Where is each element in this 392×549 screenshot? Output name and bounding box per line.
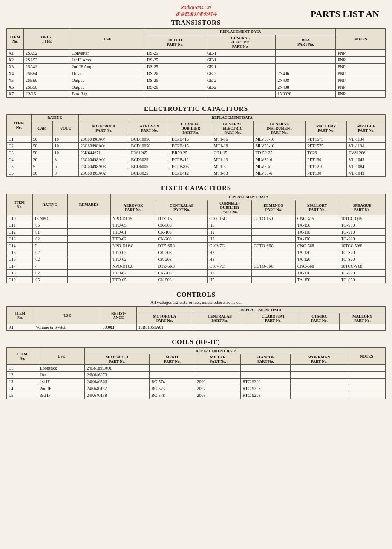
th-item: ITEMNo. — [7, 115, 32, 136]
aerovox: NPO-DI 6.8 — [110, 263, 156, 270]
delco: DS-25 — [145, 50, 205, 57]
sprague: VL-1084 — [347, 163, 386, 170]
item-no: C16 — [7, 256, 33, 263]
table-row: L1 Loopstick 24B61895A01 — [7, 365, 386, 372]
cornell: H2 — [208, 229, 252, 236]
transistors-section: TRANSISTORS ITEMNo. ORIG.TYPE USE REPLAC… — [6, 19, 386, 98]
delco: DS-26 — [145, 77, 205, 84]
cornell: ECPB412 — [170, 156, 212, 163]
use: Driver — [70, 70, 145, 77]
notes: PNP — [336, 91, 386, 98]
gi: MLV30-6 — [254, 170, 306, 177]
th-cornell: CORNELL-DUBILIERPART No. — [208, 200, 252, 215]
sprague: TVA1206 — [347, 150, 386, 156]
gi: MLV50-10 — [254, 143, 306, 150]
motorola: 18B61051A01 — [136, 324, 193, 331]
th-miller: MILLERPART No. — [195, 354, 241, 365]
th-notes: NOTES — [336, 29, 386, 50]
table-row: X7 HV15 Bias Reg. 1N3328 PNP — [7, 91, 386, 98]
mallory: CNO-568 — [295, 263, 339, 270]
miller: 2067 — [195, 385, 241, 392]
use: Bias Reg. — [70, 91, 145, 98]
centralab: CK-203 — [156, 249, 208, 256]
controls-section: CONTROLS All wattages 1/2 watt, or less,… — [6, 291, 386, 331]
item-no: L5 — [7, 392, 38, 399]
aerovox: TTD-02 — [110, 256, 156, 263]
orig-type: 2SB56 — [24, 77, 70, 84]
centralab: DTZ-6R8 — [156, 243, 208, 249]
sprague: VL-1043 — [347, 156, 386, 163]
merit: BC-574 — [150, 379, 195, 385]
coils-title: COILS (RF-IF) — [6, 338, 386, 346]
th-remarks: REMARKS — [67, 194, 110, 215]
controls-title: CONTROLS — [6, 291, 386, 298]
table-row: L2 Osc. 24K646879 — [7, 372, 386, 379]
rca — [276, 50, 336, 57]
notes — [348, 392, 385, 399]
miller: 2066 — [195, 379, 241, 385]
sprague: TG-S50 — [339, 222, 386, 229]
ge: MT1-13 — [212, 156, 254, 163]
th-cornell: CORNELL-DUBILIERPART No. — [170, 121, 212, 136]
table-row: C1 50 10 23C60498A04 BCD10050 ECPB415 MT… — [7, 136, 386, 143]
gi: MLV50-10 — [254, 136, 306, 143]
miller: 2068 — [195, 392, 241, 399]
centralab: CK-503 — [156, 277, 208, 283]
table-row: X4 2SB54 Driver DS-26 GE-2 2N406 PNP — [7, 70, 386, 77]
th-orig-type: ORIG.TYPE — [24, 29, 70, 50]
ge: MT1-13 — [212, 170, 254, 177]
use: 3rd IF — [38, 392, 85, 399]
item-no: C3 — [7, 150, 32, 156]
table-row: C4 30 3 23C60498A02 BCD3025 ECPB412 MT1-… — [7, 156, 386, 163]
workman — [291, 365, 348, 372]
rating: 7 — [32, 263, 67, 270]
elmenco — [252, 270, 295, 277]
item-no: X7 — [7, 91, 24, 98]
cornell: H5 — [208, 277, 252, 283]
item-no: X2 — [7, 57, 24, 64]
centralab — [193, 324, 247, 331]
notes: PNP — [336, 70, 386, 77]
fixed-table: ITEMNo. RATING REMARKS REPLACEMENT DATA … — [6, 194, 386, 283]
volt: 3 — [52, 170, 78, 177]
table-row: C10 15 NPO NPO-DI 15 DTZ-15 C10Q15C CCTO… — [7, 215, 386, 222]
mallory: PET1210 — [306, 163, 347, 170]
aerovox: TTD-05 — [110, 222, 156, 229]
th-gi: GENERALINSTRUMENTPART No. — [254, 121, 306, 136]
remarks — [67, 243, 110, 249]
th-aerovox: AEROVOXPART No. — [110, 200, 156, 215]
notes: PNP — [336, 57, 386, 64]
motorola: 23C60498A04 — [79, 143, 129, 150]
mallory: PET1575 — [306, 143, 347, 150]
table-row: L3 1st IF 24K646566 BC-574 2066 RTC-9266 — [7, 379, 386, 385]
ge: GE-2 — [205, 77, 276, 84]
table-row: C19 .05 TTD-05 CK-503 H5 TA-150 TG-S50 — [7, 277, 386, 283]
th-volt: VOLT. — [52, 121, 78, 136]
rating: .05 — [32, 222, 67, 229]
th-mallory: MALLORYPART No. — [339, 313, 385, 324]
merit — [150, 365, 195, 372]
elmenco — [252, 236, 295, 243]
aerovox: BCD6005 — [129, 163, 170, 170]
th-motorola: MOTOROLAPART No. — [85, 354, 150, 365]
notes: PNP — [336, 84, 386, 91]
fixed-title: FIXED CAPACITORS — [6, 185, 386, 192]
mallory: TA-120 — [295, 249, 339, 256]
mallory: PET130 — [306, 170, 347, 177]
use: Output — [70, 84, 145, 91]
motorola: 23C60498A02 — [79, 156, 129, 163]
cap: 50 — [31, 143, 52, 150]
workman — [291, 385, 348, 392]
cap: 30 — [31, 156, 52, 163]
th-notes: NOTES — [348, 348, 385, 365]
th-motorola: MOTOROLAPART No. — [136, 313, 193, 324]
item-no: C17 — [7, 263, 33, 270]
orig-type: 2SA53 — [24, 57, 70, 64]
elmenco — [252, 249, 295, 256]
sprague: TG-S20 — [339, 249, 386, 256]
table-row: C16 .02 TTD-02 CK-203 H3 TA-120 TG-S20 — [7, 256, 386, 263]
motorola: 23C60498A04 — [79, 136, 129, 143]
sprague: VL-1134 — [347, 136, 386, 143]
th-mallory: MALLORYPART No. — [295, 200, 339, 215]
mallory: TA-150 — [295, 222, 339, 229]
